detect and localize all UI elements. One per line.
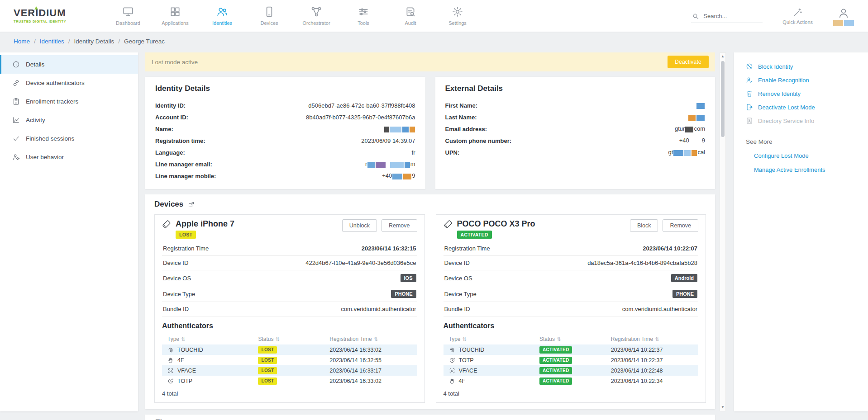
nav-identities[interactable]: Identities [205, 6, 240, 26]
status-badge: LOST [258, 367, 277, 374]
status-badge: ACTIVATED [539, 346, 572, 354]
devices-title: Devices [154, 200, 183, 209]
avatar-icon [838, 7, 849, 19]
clipboard-icon [12, 98, 20, 105]
status-badge: LOST [258, 346, 277, 354]
search-icon [692, 13, 699, 20]
deactivate-lost-mode-link[interactable]: Deactivate Lost Mode [734, 100, 868, 114]
breadcrumb-home[interactable]: Home [14, 38, 30, 45]
sidebar-item-activity[interactable]: Activity [0, 111, 138, 129]
lost-mode-icon [746, 104, 753, 111]
nav-tools[interactable]: Tools [346, 6, 381, 26]
device-id-link[interactable]: da18ec5a-361a-4c16-b4b6-894cbafa5b28 [587, 260, 697, 266]
device-row: Device OSAndroid [444, 270, 699, 286]
configure-lost-mode-link[interactable]: Configure Lost Mode [734, 149, 868, 163]
nav-orchestrator[interactable]: Orchestrator [299, 6, 334, 26]
nav-settings[interactable]: Settings [440, 6, 475, 26]
device-name: Apple iPhone 7 [176, 219, 234, 229]
authenticators-title: Authenticators [444, 322, 699, 330]
deactivate-button[interactable]: Deactivate [668, 56, 709, 68]
top-navigation: Dashboard Applications Identities Device… [110, 6, 475, 26]
main-content: Lost mode active Deactivate Identity Det… [145, 52, 715, 420]
authenticators-total: 4 total [162, 390, 417, 397]
device-row: Device ID422d4b67-f10e-41a9-9e40-3e56d03… [162, 256, 417, 270]
nav-dashboard[interactable]: Dashboard [110, 6, 146, 26]
device-status-badge: LOST [176, 231, 196, 239]
quick-actions-button[interactable]: Quick Actions [782, 7, 813, 25]
phone-icon [263, 6, 275, 18]
remove-device-button[interactable]: Remove [382, 219, 417, 232]
authenticators-table: Type⇅ Status⇅ Registration Time⇅ TOUCHID… [444, 334, 699, 386]
external-details-title: External Details [445, 84, 706, 93]
column-header-registration-time[interactable]: Registration Time⇅ [609, 334, 698, 344]
sort-icon: ⇅ [276, 336, 280, 342]
bundle-id-value: com.veridiumid.authenticator [341, 306, 416, 312]
email-address-redacted: gturcom [675, 125, 705, 132]
column-header-type[interactable]: Type⇅ [444, 334, 538, 344]
registration-time-value: 2023/06/09 14:39:07 [361, 137, 415, 144]
authenticators-title: Authenticators [162, 322, 417, 330]
scroll-down-icon[interactable]: ▼ [721, 404, 725, 411]
user-avatar[interactable] [833, 7, 854, 27]
main-scrollbar[interactable]: ▲ ▼ [720, 52, 726, 411]
search-input[interactable] [703, 13, 757, 19]
sidebar-item-enrollment-trackers[interactable]: Enrollment trackers [0, 92, 138, 111]
status-badge: LOST [258, 378, 277, 385]
wand-icon [793, 7, 803, 17]
devices-panel: Devices Apple iPhone 7 LOST [145, 194, 715, 409]
gear-icon [452, 6, 463, 18]
manage-active-enrollments-link[interactable]: Manage Active Enrollments [734, 163, 868, 177]
status-badge: ACTIVATED [539, 357, 572, 364]
upn-redacted: gtcal [668, 149, 705, 156]
check-icon [12, 135, 20, 142]
unblock-button[interactable]: Unblock [342, 219, 377, 232]
clipped-section-title: Fi [155, 418, 705, 420]
authenticator-row: TOTPLOST2023/06/14 16:33:02 [162, 376, 417, 386]
activity-chart-icon [12, 116, 20, 124]
column-header-status[interactable]: Status⇅ [538, 334, 609, 344]
sidebar-item-user-behavior[interactable]: User behavior [0, 148, 138, 166]
sidebar-item-device-authenticators[interactable]: Device authenticators [0, 74, 138, 92]
breadcrumb-identities[interactable]: Identities [40, 38, 64, 45]
block-device-button[interactable]: Block [630, 219, 658, 232]
line-manager-email-redacted: r_m [365, 160, 415, 167]
banner-text: Lost mode active [152, 59, 198, 66]
remove-identity-link[interactable]: Remove Identity [734, 87, 868, 100]
device-id-link[interactable]: 422d4b67-f10e-41a9-9e40-3e56d036e5ce [305, 260, 416, 266]
field-row: Account ID:8b40ad7f-b077-4325-96b7-0e4f8… [155, 111, 415, 123]
column-header-type[interactable]: Type⇅ [162, 334, 256, 344]
avatar-redaction [833, 19, 854, 27]
nav-audit[interactable]: Audit [393, 6, 428, 26]
devices-export-icon[interactable] [188, 201, 195, 208]
remove-device-button[interactable]: Remove [663, 219, 698, 232]
scroll-up-icon[interactable]: ▲ [721, 53, 725, 60]
column-header-registration-time[interactable]: Registration Time⇅ [328, 334, 417, 344]
account-id-value: 8b40ad7f-b077-4325-96b7-0e4f87607b6a [306, 114, 415, 121]
block-identity-link[interactable]: Block Identity [734, 60, 868, 73]
identity-details-card: Identity Details Identity ID:d506ebd7-ae… [145, 77, 425, 189]
audit-doc-icon [405, 6, 416, 18]
device-registration-time: 2023/06/14 16:32:15 [362, 245, 416, 252]
nav-devices[interactable]: Devices [252, 6, 287, 26]
enable-recognition-link[interactable]: Enable Recognition [734, 73, 868, 87]
breadcrumb: Home / Identities / Identity Details / G… [0, 32, 868, 51]
hand-icon [449, 378, 455, 384]
column-header-status[interactable]: Status⇅ [256, 334, 328, 344]
brand-name: VERIDIUM [14, 8, 81, 18]
device-row: Device TypePHONE [444, 286, 699, 302]
sidebar-item-details[interactable]: Details [0, 55, 138, 74]
field-row: Name: [155, 123, 415, 135]
authenticator-row: TOUCHIDACTIVATED2023/06/14 10:22:37 [444, 344, 699, 355]
device-name: POCO POCO X3 Pro [457, 219, 535, 229]
top-bar: VERIDIUM TRUSTED DIGITAL IDENTITY Dashbo… [0, 0, 868, 32]
users-icon [216, 6, 228, 18]
authenticator-row: 4FACTIVATED2023/06/14 10:22:34 [444, 376, 699, 386]
directory-service-info-link: Directory Service Info [734, 114, 868, 127]
link-icon [12, 79, 20, 87]
external-details-card: External Details First Name: Last Name: … [435, 77, 715, 189]
scrollbar-thumb[interactable] [721, 61, 725, 137]
sidebar-item-finished-sessions[interactable]: Finished sessions [0, 129, 138, 148]
authenticator-row: 4FLOST2023/06/14 16:32:55 [162, 355, 417, 365]
sort-icon: ⇅ [374, 336, 378, 342]
nav-applications[interactable]: Applications [157, 6, 193, 26]
